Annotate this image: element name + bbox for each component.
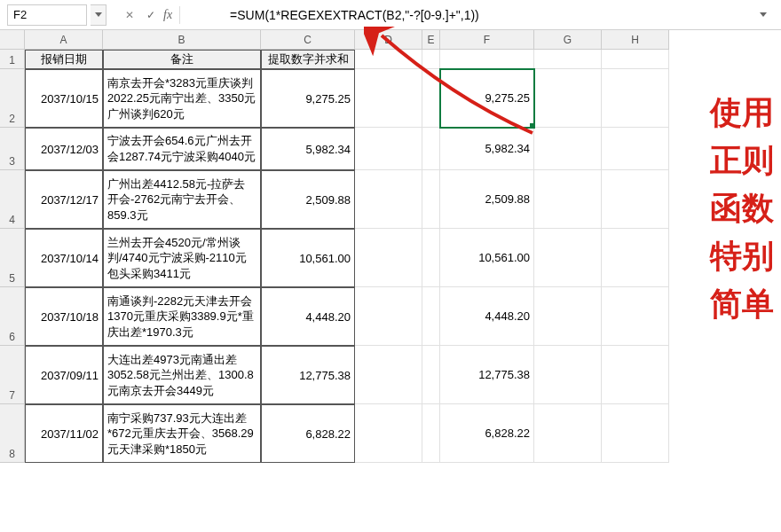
- cell-C3[interactable]: 5,982.34: [261, 128, 355, 170]
- col-header-E[interactable]: E: [422, 30, 440, 50]
- cell-H6[interactable]: [602, 287, 669, 346]
- cell-B8[interactable]: 南宁采购737.93元大连出差*672元重庆去开会、3568.29元天津采购*1…: [103, 404, 261, 463]
- chevron-down-icon: [95, 12, 102, 17]
- cell-D6[interactable]: [355, 287, 422, 346]
- table-row: 6 2037/10/18 南通谈判-2282元天津去开会1370元重庆采购338…: [0, 287, 781, 346]
- col-header-H[interactable]: H: [602, 30, 669, 50]
- row-header-1[interactable]: 1: [0, 50, 25, 69]
- cell-H5[interactable]: [602, 229, 669, 287]
- cell-G7[interactable]: [534, 346, 602, 404]
- cell-G1[interactable]: [534, 50, 602, 69]
- cell-E8[interactable]: [422, 404, 440, 463]
- cell-B6[interactable]: 南通谈判-2282元天津去开会1370元重庆采购3389.9元*重庆出差*197…: [103, 287, 261, 346]
- row-header-4[interactable]: 4: [0, 170, 25, 229]
- cell-F7[interactable]: 12,775.38: [440, 346, 534, 404]
- cell-C6[interactable]: 4,448.20: [261, 287, 355, 346]
- cell-A3[interactable]: 2037/12/03: [25, 128, 103, 170]
- cell-F4[interactable]: 2,509.88: [440, 170, 534, 229]
- cell-D7[interactable]: [355, 346, 422, 404]
- cell-A8[interactable]: 2037/11/02: [25, 404, 103, 463]
- row-header-8[interactable]: 8: [0, 404, 25, 463]
- cell-A4[interactable]: 2037/12/17: [25, 170, 103, 229]
- cell-F6[interactable]: 4,448.20: [440, 287, 534, 346]
- name-box-dropdown[interactable]: [91, 4, 106, 26]
- col-header-C[interactable]: C: [261, 30, 355, 50]
- cell-E3[interactable]: [422, 128, 440, 170]
- cell-G3[interactable]: [534, 128, 602, 170]
- cell-C4[interactable]: 2,509.88: [261, 170, 355, 229]
- cell-G8[interactable]: [534, 404, 602, 463]
- cell-H4[interactable]: [602, 170, 669, 229]
- cell-E4[interactable]: [422, 170, 440, 229]
- row-header-3[interactable]: 3: [0, 128, 25, 170]
- cell-D4[interactable]: [355, 170, 422, 229]
- cell-E7[interactable]: [422, 346, 440, 404]
- formula-controls: ✕ ✓ fx: [121, 6, 184, 24]
- cell-F2[interactable]: 9,275.25: [440, 69, 534, 128]
- col-header-B[interactable]: B: [103, 30, 261, 50]
- cell-F3[interactable]: 5,982.34: [440, 128, 534, 170]
- cell-C2[interactable]: 9,275.25: [261, 69, 355, 128]
- cell-E2[interactable]: [422, 69, 440, 128]
- cell-H8[interactable]: [602, 404, 669, 463]
- cell-B1[interactable]: 备注: [103, 50, 261, 69]
- cell-H2[interactable]: [602, 69, 669, 128]
- cell-G5[interactable]: [534, 229, 602, 287]
- cell-B4[interactable]: 广州出差4412.58元-拉萨去开会-2762元南宁去开会、859.3元: [103, 170, 261, 229]
- cell-F8[interactable]: 6,828.22: [440, 404, 534, 463]
- col-header-F[interactable]: F: [440, 30, 534, 50]
- name-box[interactable]: F2: [7, 4, 87, 26]
- cell-A7[interactable]: 2037/09/11: [25, 346, 103, 404]
- cell-A2[interactable]: 2037/10/15: [25, 69, 103, 128]
- col-header-G[interactable]: G: [534, 30, 602, 50]
- cell-D8[interactable]: [355, 404, 422, 463]
- cell-B2[interactable]: 南京去开会*3283元重庆谈判2022.25元南宁出差、3350元广州谈判620…: [103, 69, 261, 128]
- fx-icon[interactable]: fx: [163, 8, 172, 22]
- row-header-7[interactable]: 7: [0, 346, 25, 404]
- cell-F1[interactable]: [440, 50, 534, 69]
- col-header-D[interactable]: D: [355, 30, 422, 50]
- cell-F5[interactable]: 10,561.00: [440, 229, 534, 287]
- formula-bar-row: F2 ✕ ✓ fx =SUM(1*REGEXEXTRACT(B2,"-?[0-9…: [0, 0, 781, 30]
- cell-C1[interactable]: 提取数字并求和: [261, 50, 355, 69]
- cell-D2[interactable]: [355, 69, 422, 128]
- cell-B7[interactable]: 大连出差4973元南通出差3052.58元兰州出差、1300.8元南京去开会34…: [103, 346, 261, 404]
- separator: [179, 6, 180, 24]
- row-header-6[interactable]: 6: [0, 287, 25, 346]
- cell-E5[interactable]: [422, 229, 440, 287]
- cell-H7[interactable]: [602, 346, 669, 404]
- accept-icon[interactable]: ✓: [142, 6, 160, 24]
- row-header-5[interactable]: 5: [0, 229, 25, 287]
- formula-input[interactable]: =SUM(1*REGEXEXTRACT(B2,"-?[0-9.]+",1)): [223, 4, 749, 26]
- table-row: 7 2037/09/11 大连出差4973元南通出差3052.58元兰州出差、1…: [0, 346, 781, 404]
- cell-B3[interactable]: 宁波去开会654.6元广州去开会1287.74元宁波采购4040元: [103, 128, 261, 170]
- cell-C8[interactable]: 6,828.22: [261, 404, 355, 463]
- column-headers: A B C D E F G H: [0, 30, 781, 50]
- cell-D1[interactable]: [355, 50, 422, 69]
- row-header-2[interactable]: 2: [0, 69, 25, 128]
- cell-C5[interactable]: 10,561.00: [261, 229, 355, 287]
- cell-A1[interactable]: 报销日期: [25, 50, 103, 69]
- table-row: 1 报销日期 备注 提取数字并求和: [0, 50, 781, 69]
- cell-C7[interactable]: 12,775.38: [261, 346, 355, 404]
- select-all-corner[interactable]: [0, 30, 25, 50]
- cell-G4[interactable]: [534, 170, 602, 229]
- cell-A6[interactable]: 2037/10/18: [25, 287, 103, 346]
- table-row: 4 2037/12/17 广州出差4412.58元-拉萨去开会-2762元南宁去…: [0, 170, 781, 229]
- cell-G2[interactable]: [534, 69, 602, 128]
- grid-rows: 1 报销日期 备注 提取数字并求和 2 2037/10/15 南京去开会*328…: [0, 50, 781, 463]
- cell-D5[interactable]: [355, 229, 422, 287]
- formula-expand[interactable]: [753, 4, 774, 26]
- table-row: 2 2037/10/15 南京去开会*3283元重庆谈判2022.25元南宁出差…: [0, 69, 781, 128]
- cell-D3[interactable]: [355, 128, 422, 170]
- col-header-A[interactable]: A: [25, 30, 103, 50]
- cell-E1[interactable]: [422, 50, 440, 69]
- cell-E6[interactable]: [422, 287, 440, 346]
- cancel-icon[interactable]: ✕: [121, 6, 138, 24]
- table-row: 5 2037/10/14 兰州去开会4520元/常州谈判/4740元宁波采购-2…: [0, 229, 781, 287]
- cell-H1[interactable]: [602, 50, 669, 69]
- cell-G6[interactable]: [534, 287, 602, 346]
- cell-A5[interactable]: 2037/10/14: [25, 229, 103, 287]
- cell-H3[interactable]: [602, 128, 669, 170]
- cell-B5[interactable]: 兰州去开会4520元/常州谈判/4740元宁波采购-2110元包头采购3411元: [103, 229, 261, 287]
